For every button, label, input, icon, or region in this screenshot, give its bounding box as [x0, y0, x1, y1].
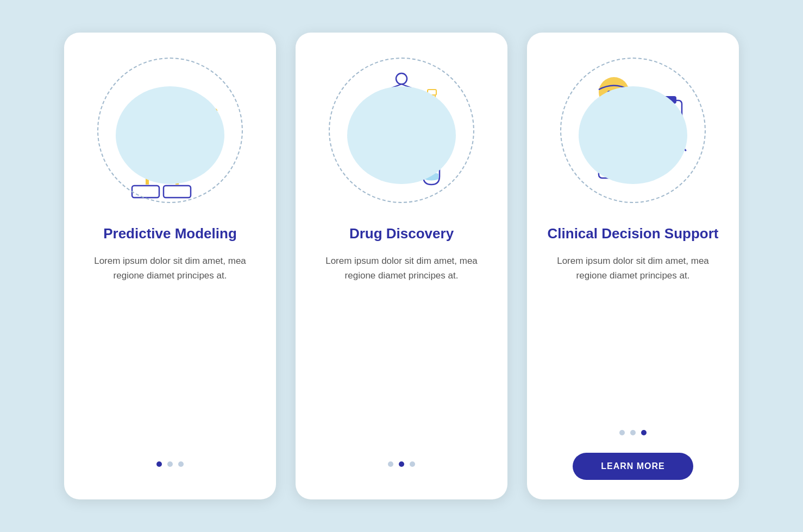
illustration-clinical-decision	[551, 49, 714, 212]
illustration-drug-discovery	[320, 49, 483, 212]
card-desc-clinical-decision: Lorem ipsum dolor sit dim amet, mea regi…	[544, 254, 722, 283]
cards-container: Predictive Modeling Lorem ipsum dolor si…	[64, 33, 739, 499]
learn-more-button[interactable]: LEARN MORE	[573, 453, 693, 480]
illustration-predictive-modeling	[89, 49, 252, 212]
card-title-predictive-modeling: Predictive Modeling	[103, 225, 237, 243]
dot-1[interactable]	[156, 461, 162, 467]
card-title-clinical-decision: Clinical Decision Support	[548, 225, 719, 243]
dot-3[interactable]	[641, 430, 647, 435]
dot-2[interactable]	[630, 430, 636, 435]
dot-1[interactable]	[388, 461, 393, 467]
dots-drug-discovery	[388, 461, 415, 467]
card-clinical-decision: Clinical Decision Support Lorem ipsum do…	[527, 33, 739, 499]
card-desc-predictive-modeling: Lorem ipsum dolor sit dim amet, mea regi…	[81, 254, 259, 283]
dot-3[interactable]	[410, 461, 415, 467]
card-drug-discovery: Drug Discovery Lorem ipsum dolor sit dim…	[296, 33, 507, 499]
dots-clinical-decision	[619, 430, 647, 435]
card-title-drug-discovery: Drug Discovery	[349, 225, 454, 243]
dot-2[interactable]	[167, 461, 173, 467]
card-desc-drug-discovery: Lorem ipsum dolor sit dim amet, mea regi…	[313, 254, 490, 283]
dots-predictive-modeling	[156, 461, 184, 467]
card-predictive-modeling: Predictive Modeling Lorem ipsum dolor si…	[64, 33, 276, 499]
dot-1[interactable]	[619, 430, 625, 435]
dot-2[interactable]	[399, 461, 404, 467]
dot-3[interactable]	[178, 461, 184, 467]
